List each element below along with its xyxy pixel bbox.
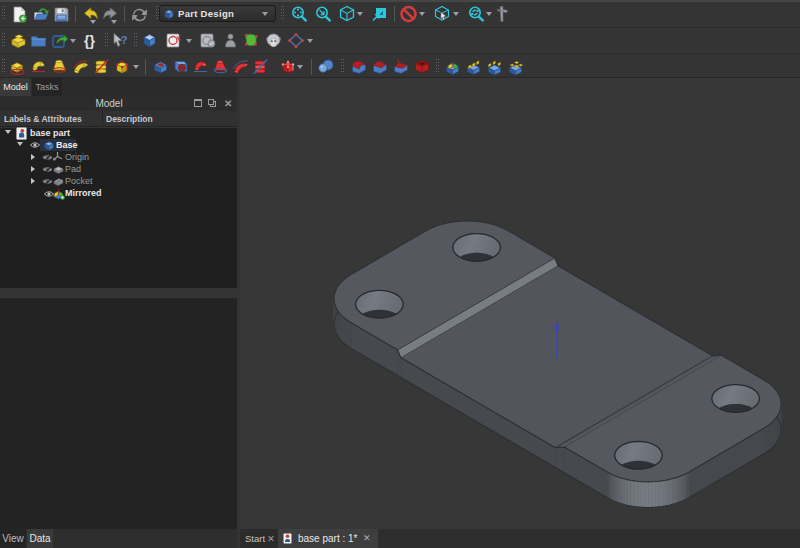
svg-text:?: ? <box>121 34 128 46</box>
svg-text:{}: {} <box>84 33 95 49</box>
